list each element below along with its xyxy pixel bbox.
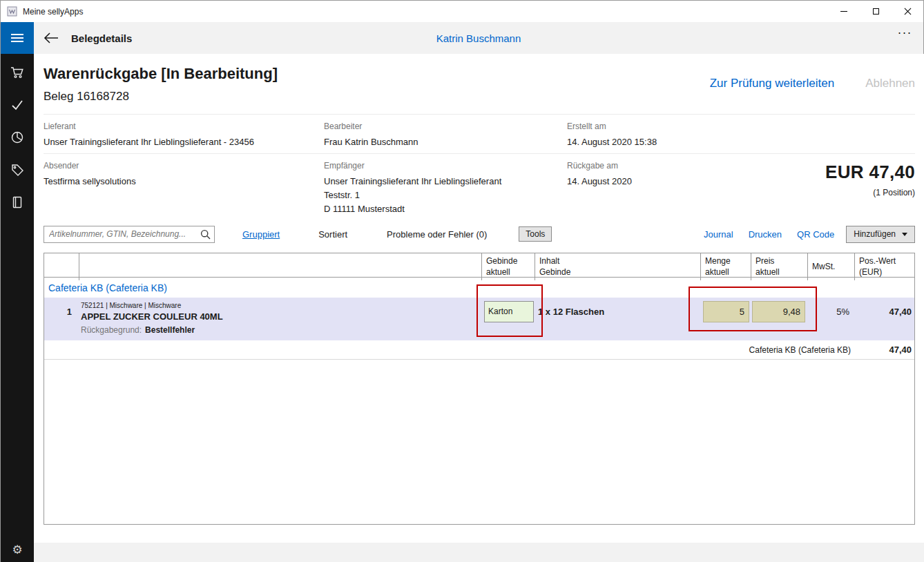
header-preis: Preisaktuell [751, 253, 807, 280]
item-name: APPEL ZUCKER COULEUR 40ML [81, 311, 481, 322]
app-window: Meine sellyApps Belegdetails Katrin Busc… [0, 0, 924, 562]
absender-value: Testfirma sellysolutions [44, 175, 136, 188]
menge-input[interactable] [703, 301, 749, 322]
probleme-link[interactable]: Probleme oder Fehler (0) [387, 229, 487, 240]
preis-input[interactable] [752, 301, 805, 322]
close-button[interactable] [892, 1, 923, 22]
total-block: EUR 47,40 (1 Position) [825, 162, 915, 197]
info-row-2: Absender Testfirma sellysolutions Empfän… [44, 153, 915, 225]
back-arrow-icon [44, 32, 59, 44]
sidebar-item-cart[interactable] [10, 66, 25, 79]
maximize-button[interactable] [860, 1, 892, 22]
minimize-icon [840, 11, 847, 12]
item-position-number: 1 [44, 307, 79, 317]
empfaenger-line-3: D 11111 Musterstadt [324, 202, 501, 216]
sidebar-item-settings[interactable]: ⚙ [10, 544, 25, 556]
document-title: Warenrückgabe [In Bearbeitung] [44, 65, 278, 83]
hamburger-icon [11, 33, 23, 43]
summary-wert: 47,40 [854, 345, 916, 355]
item-toolbar: Gruppiert Sortiert Probleme oder Fehler … [44, 225, 915, 243]
erstellt-value: 14. August 2020 15:38 [567, 135, 657, 149]
journal-link[interactable]: Journal [704, 229, 733, 240]
reject-link[interactable]: Ablehnen [865, 77, 915, 90]
lieferant-label: Lieferant [44, 122, 254, 131]
close-icon [903, 7, 912, 16]
rueckgabe-value: 14. August 2020 [567, 175, 632, 188]
maximize-icon [873, 8, 879, 14]
drucken-link[interactable]: Drucken [749, 229, 782, 240]
forward-review-link[interactable]: Zur Prüfung weiterleiten [710, 77, 834, 90]
bottom-bar [34, 543, 924, 562]
hinzufuegen-label: Hinzufügen [854, 229, 896, 239]
header-pos [44, 253, 79, 280]
tag-icon [10, 163, 24, 177]
back-button[interactable] [44, 32, 59, 44]
gebinde-cell [481, 301, 535, 322]
gebinde-input[interactable] [484, 301, 534, 322]
app-header-row: Belegdetails Katrin Buschmann ... [1, 22, 923, 54]
header-inhalt: InhaltGebinde [535, 253, 700, 280]
pos-wert-value: 47,40 [854, 307, 916, 317]
preis-cell [751, 301, 807, 322]
sidebar-item-catalog[interactable] [10, 195, 25, 209]
page-title: Belegdetails [71, 32, 132, 44]
table-header-row: Gebindeaktuell InhaltGebinde Mengeaktuel… [44, 253, 914, 278]
search-box [44, 226, 215, 243]
search-input[interactable] [44, 226, 214, 242]
rueckgabegrund-label: Rückgabegrund: [81, 325, 142, 340]
window-title: Meine sellyApps [23, 7, 83, 17]
header-gebinde: Gebindeaktuell [481, 253, 535, 280]
more-options-button[interactable]: ... [898, 23, 912, 37]
sortiert-link[interactable]: Sortiert [318, 229, 347, 240]
summary-group-name: Cafeteria KB (Cafeteria KB) [44, 345, 854, 355]
app-header: Belegdetails Katrin Buschmann ... [34, 22, 923, 54]
search-icon[interactable] [200, 229, 211, 240]
sidebar-item-tasks[interactable] [10, 98, 25, 112]
empfaenger-label: Empfänger [324, 161, 501, 171]
inhalt-gebinde-value: 1 x 12 Flaschen [535, 307, 700, 317]
item-row-selected[interactable]: 1 752121 | Mischware | Mischware APPEL Z… [44, 298, 914, 340]
empfaenger-line-1: Unser Trainingslieferant Ihr Lieblingsli… [324, 175, 501, 188]
total-amount: EUR 47,40 [825, 162, 915, 183]
item-return-reason-row: Rückgabegrund: Bestellfehler [44, 325, 914, 340]
window-controls [828, 1, 923, 22]
header-mwst: MwSt. [807, 253, 854, 280]
header-description [79, 253, 481, 280]
document-actions: Zur Prüfung weiterleiten Ablehnen [710, 77, 915, 90]
positions-table: Gebindeaktuell InhaltGebinde Mengeaktuel… [44, 253, 915, 525]
rueckgabegrund-value: Bestellfehler [145, 325, 195, 340]
header-menge: Mengeaktuell [700, 253, 751, 280]
header-pos-wert: Pos.-Wert(EUR) [854, 253, 916, 280]
group-summary-row: Cafeteria KB (Cafeteria KB) 47,40 [44, 340, 914, 360]
group-header-row[interactable]: Cafeteria KB (Cafeteria KB) [44, 278, 914, 298]
cart-icon [10, 66, 24, 79]
hinzufuegen-button[interactable]: Hinzufügen [846, 226, 915, 243]
total-positions: (1 Position) [825, 188, 915, 197]
tools-button[interactable]: Tools [519, 226, 552, 242]
gruppiert-link[interactable]: Gruppiert [242, 229, 280, 240]
chevron-down-icon [902, 233, 907, 236]
header-user-link[interactable]: Katrin Buschmann [436, 32, 521, 44]
sidebar-item-statistics[interactable] [10, 130, 25, 144]
bearbeiter-label: Bearbeiter [324, 122, 418, 131]
item-description-cell: 752121 | Mischware | Mischware APPEL ZUC… [79, 302, 481, 322]
minimize-button[interactable] [828, 1, 860, 22]
item-meta: 752121 | Mischware | Mischware [81, 302, 481, 309]
mwst-value: 5% [807, 307, 854, 317]
erstellt-label: Erstellt am [567, 122, 657, 131]
info-row-1: Lieferant Unser Trainingslieferant Ihr L… [44, 114, 915, 153]
bearbeiter-value: Frau Katrin Buschmann [324, 135, 418, 149]
qr-code-link[interactable]: QR Code [797, 229, 834, 240]
rueckgabe-label: Rückgabe am [567, 161, 632, 171]
main-content: Warenrückgabe [In Bearbeitung] Beleg 161… [34, 54, 924, 543]
book-icon [10, 195, 24, 209]
hamburger-menu-button[interactable] [1, 22, 34, 54]
group-title: Cafeteria KB (Cafeteria KB) [48, 282, 167, 293]
sidebar-item-promotions[interactable] [10, 163, 25, 177]
absender-label: Absender [44, 161, 136, 171]
check-icon [10, 98, 24, 112]
window-titlebar: Meine sellyApps [1, 1, 923, 22]
sidebar-nav: ⚙ [1, 54, 34, 562]
empfaenger-line-2: Teststr. 1 [324, 188, 501, 202]
gear-icon: ⚙ [12, 544, 22, 556]
